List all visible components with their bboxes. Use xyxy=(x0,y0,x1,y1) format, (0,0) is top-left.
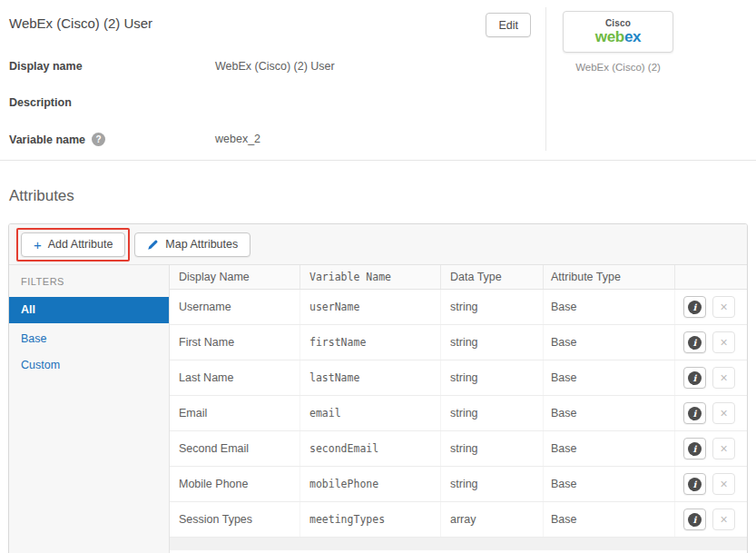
cell-data-type: string xyxy=(440,360,543,395)
cell-actions: i × xyxy=(674,290,747,324)
variable-name-field: Variable name ? webex_2 xyxy=(9,133,531,146)
info-button[interactable]: i xyxy=(683,473,706,495)
info-button[interactable]: i xyxy=(683,402,706,424)
info-icon: i xyxy=(688,478,702,491)
cell-display-name: Email xyxy=(170,396,299,430)
remove-attribute-button[interactable]: × xyxy=(712,509,735,530)
cell-actions: i × xyxy=(674,325,747,360)
attribute-table-header: Display Name Variable Name Data Type Att… xyxy=(170,265,747,290)
cell-attribute-type: Base xyxy=(543,467,674,501)
variable-name-value: webex_2 xyxy=(215,133,260,145)
cell-data-type: string xyxy=(440,325,543,360)
column-header-data-type: Data Type xyxy=(440,265,543,289)
cell-data-type: string xyxy=(440,467,543,501)
cell-attribute-type: Base xyxy=(543,290,674,324)
description-label: Description xyxy=(9,96,215,109)
info-button[interactable]: i xyxy=(683,296,706,318)
red-highlight-annotation: + Add Attribute xyxy=(16,228,130,262)
close-icon: × xyxy=(720,336,727,349)
cell-attribute-type: Base xyxy=(543,325,674,360)
close-icon: × xyxy=(720,478,727,490)
remove-attribute-button[interactable]: × xyxy=(712,367,735,389)
remove-attribute-button[interactable]: × xyxy=(712,473,735,495)
info-button[interactable]: i xyxy=(683,331,706,353)
filters-label: FILTERS xyxy=(21,276,169,287)
cell-attribute-type: Base xyxy=(543,396,674,430)
attributes-heading: Attributes xyxy=(9,187,756,205)
info-icon: i xyxy=(688,336,702,350)
cell-actions: i × xyxy=(674,360,747,395)
remove-attribute-button[interactable]: × xyxy=(712,402,735,424)
cell-display-name: Mobile Phone xyxy=(170,467,299,501)
cell-variable-name: email xyxy=(299,396,440,430)
cell-actions: i × xyxy=(674,467,747,501)
column-header-attribute-type: Attribute Type xyxy=(543,265,674,289)
cell-variable-name: secondEmail xyxy=(299,431,440,466)
cell-attribute-type: Base xyxy=(543,431,674,466)
variable-name-label: Variable name xyxy=(9,133,85,146)
cell-variable-name: lastName xyxy=(299,360,440,395)
cell-data-type: string xyxy=(440,396,543,430)
table-row: First Name firstName string Base i × xyxy=(170,325,747,360)
cell-display-name: Last Name xyxy=(170,360,299,395)
description-field: Description xyxy=(9,96,531,109)
filters-sidebar: FILTERS AllBaseCustom xyxy=(9,265,170,553)
cisco-logo-text: Cisco xyxy=(605,19,631,28)
info-button[interactable]: i xyxy=(683,509,706,530)
table-row: Username userName string Base i × xyxy=(170,290,747,325)
webex-logo-text: webex xyxy=(595,29,641,44)
info-icon: i xyxy=(688,371,702,385)
remove-attribute-button[interactable]: × xyxy=(712,296,735,318)
page-title: WebEx (Cisco) (2) User xyxy=(9,13,152,31)
table-row: Session Types meetingTypes array Base i … xyxy=(170,502,747,538)
table-row: Email email string Base i × xyxy=(170,396,747,431)
cell-variable-name: mobilePhone xyxy=(299,467,440,501)
info-icon: i xyxy=(688,301,702,314)
pencil-icon xyxy=(147,239,159,251)
cell-display-name: Username xyxy=(170,290,299,324)
edit-button[interactable]: Edit xyxy=(486,13,531,37)
table-row: Second Email secondEmail string Base i × xyxy=(170,431,747,467)
cell-variable-name: userName xyxy=(299,290,440,324)
cell-variable-name: firstName xyxy=(299,325,440,360)
cell-variable-name: meetingTypes xyxy=(299,502,440,537)
cell-actions: i × xyxy=(674,396,747,430)
cell-display-name: First Name xyxy=(170,325,299,360)
help-icon[interactable]: ? xyxy=(92,133,105,146)
cell-attribute-type: Base xyxy=(543,360,674,395)
filter-list: AllBaseCustom xyxy=(9,297,169,379)
attribute-table: Display Name Variable Name Data Type Att… xyxy=(170,265,747,553)
cell-data-type: string xyxy=(440,290,543,324)
app-logo-section: Cisco webex WebEx (Cisco) (2) xyxy=(545,7,756,151)
remove-attribute-button[interactable]: × xyxy=(712,331,735,353)
webex-logo-card: Cisco webex xyxy=(563,11,673,53)
cell-display-name: Session Types xyxy=(170,502,299,537)
sidebar-item-base[interactable]: Base xyxy=(9,326,169,352)
plus-icon: + xyxy=(34,238,42,252)
cell-actions: i × xyxy=(674,431,747,466)
info-icon: i xyxy=(688,442,702,456)
close-icon: × xyxy=(720,513,727,526)
info-icon: i xyxy=(688,407,702,420)
sidebar-item-all[interactable]: All xyxy=(9,297,169,323)
map-attributes-button[interactable]: Map Attributes xyxy=(134,232,250,257)
remove-attribute-button[interactable]: × xyxy=(712,438,735,459)
display-name-field: Display name WebEx (Cisco) (2) User xyxy=(9,60,531,73)
app-caption: WebEx (Cisco) (2) xyxy=(563,62,673,73)
next-row-partial xyxy=(170,538,747,550)
close-icon: × xyxy=(720,407,727,420)
profile-header-section: WebEx (Cisco) (2) User Edit Display name… xyxy=(0,0,756,161)
display-name-value: WebEx (Cisco) (2) User xyxy=(215,60,335,73)
close-icon: × xyxy=(720,442,727,455)
attribute-table-body: Username userName string Base i × First … xyxy=(170,290,747,538)
table-row: Last Name lastName string Base i × xyxy=(170,360,747,396)
column-header-actions xyxy=(674,265,747,289)
column-header-display-name: Display Name xyxy=(170,265,299,289)
info-button[interactable]: i xyxy=(683,367,706,389)
cell-data-type: array xyxy=(440,502,543,537)
sidebar-item-custom[interactable]: Custom xyxy=(9,352,169,379)
add-attribute-button[interactable]: + Add Attribute xyxy=(21,232,125,257)
close-icon: × xyxy=(720,301,727,313)
info-button[interactable]: i xyxy=(683,438,706,459)
attributes-toolbar: + Add Attribute Map Attributes xyxy=(9,224,747,265)
